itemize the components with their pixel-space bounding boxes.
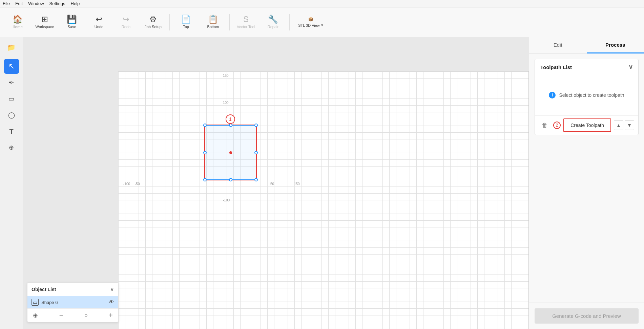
menu-file[interactable]: File bbox=[3, 1, 10, 6]
ruler-label-100-bottom: -100 bbox=[223, 198, 230, 202]
menu-edit[interactable]: Edit bbox=[15, 1, 23, 6]
badge-2-circle: 2 bbox=[553, 122, 561, 129]
undo-button[interactable]: ↩ Undo bbox=[87, 10, 111, 35]
stl3dview-icon: 📦 bbox=[308, 17, 313, 22]
main-area: 📁 ↖ ✒ ▭ ◯ T ⊕ 150 100 -100 -50 50 150 -1… bbox=[0, 37, 644, 329]
handle-right-mid[interactable] bbox=[254, 151, 258, 154]
visibility-toggle-button[interactable]: 👁 bbox=[109, 299, 114, 305]
canvas-area[interactable]: 150 100 -100 -50 50 150 -100 bbox=[23, 37, 529, 329]
rect-icon: ▭ bbox=[8, 95, 14, 103]
move-down-button[interactable]: ▼ bbox=[625, 120, 634, 130]
save-icon: 💾 bbox=[67, 15, 77, 23]
right-panel: Edit Process Toolpath List ∨ i Select ob… bbox=[529, 37, 644, 329]
home-icon: 🏠 bbox=[13, 15, 23, 23]
folder-icon: 📁 bbox=[7, 43, 16, 51]
save-button[interactable]: 💾 Save bbox=[60, 10, 84, 35]
right-panel-tabs: Edit Process bbox=[529, 37, 644, 53]
ruler-label-100-top: 100 bbox=[223, 101, 229, 105]
menu-help[interactable]: Help bbox=[71, 1, 80, 6]
tab-edit[interactable]: Edit bbox=[529, 37, 587, 53]
object-list-title: Object List bbox=[32, 287, 56, 292]
right-panel-content: Toolpath List ∨ i Select object to creat… bbox=[529, 53, 644, 303]
repair-button[interactable]: 🔧 Repair bbox=[261, 10, 285, 35]
zoom-circle-button[interactable]: ○ bbox=[83, 312, 89, 319]
tab-process[interactable]: Process bbox=[587, 37, 644, 53]
repair-icon: 🔧 bbox=[268, 15, 278, 23]
shape-icon: ▭ bbox=[32, 299, 39, 306]
object-list-item[interactable]: ▭ Shape 6 👁 bbox=[27, 296, 118, 308]
jobsetup-icon: ⚙ bbox=[149, 15, 157, 23]
select-arrow-icon: ↖ bbox=[8, 62, 15, 71]
handle-bottom-left[interactable] bbox=[203, 178, 207, 181]
handle-top-mid[interactable] bbox=[229, 124, 232, 127]
bottom-button[interactable]: 📋 Bottom bbox=[201, 10, 225, 35]
arrow-buttons: ▲ ▼ bbox=[614, 120, 634, 130]
text-tool-button[interactable]: T bbox=[4, 124, 19, 139]
vector-tool-button[interactable]: S Vector Tool bbox=[234, 10, 258, 35]
badge-1-circle: 1 bbox=[226, 114, 235, 124]
handle-bottom-right[interactable] bbox=[254, 178, 258, 181]
right-bottom: Generate G-code and Preview bbox=[529, 303, 644, 329]
object-list-footer: ⊕ − ○ + bbox=[27, 308, 118, 322]
handle-top-left[interactable] bbox=[203, 124, 207, 127]
toolbar-separator-2 bbox=[229, 14, 230, 30]
chevron-down-icon: ▾ bbox=[321, 23, 323, 27]
toolpath-body: i Select object to create toolpath bbox=[535, 75, 638, 115]
move-up-button[interactable]: ▲ bbox=[614, 120, 623, 130]
object-list-header: Object List ∨ bbox=[27, 283, 118, 296]
handle-left-mid[interactable] bbox=[203, 151, 207, 154]
stl-3d-view-button[interactable]: 📦 STL 3D View ▾ bbox=[294, 10, 328, 35]
vectortool-icon: S bbox=[243, 15, 249, 23]
select-object-hint: Select object to create toolpath bbox=[559, 92, 624, 98]
zoom-in-button[interactable]: + bbox=[107, 311, 114, 320]
workspace-button[interactable]: ⊞ Workspace bbox=[33, 10, 57, 35]
handle-bottom-mid[interactable] bbox=[229, 178, 232, 181]
toolpath-collapse-icon[interactable]: ∨ bbox=[628, 63, 633, 71]
circle-icon: ◯ bbox=[8, 111, 15, 119]
home-button[interactable]: 🏠 Home bbox=[5, 10, 30, 35]
redo-button[interactable]: ↪ Redo bbox=[114, 10, 138, 35]
toolpath-actions: 🗑 2 Create Toolpath ▲ ▼ bbox=[535, 115, 638, 135]
ruler-label-50-left: -50 bbox=[135, 182, 140, 186]
zoom-fit-button[interactable]: ⊕ bbox=[32, 311, 39, 320]
bottom-icon: 📋 bbox=[208, 15, 218, 23]
ruler-label-150-right: 150 bbox=[294, 182, 300, 186]
object-list-collapse-button[interactable]: ∨ bbox=[110, 286, 114, 292]
shape-name-label: Shape 6 bbox=[41, 300, 58, 305]
menu-bar: File Edit Window Settings Help bbox=[0, 0, 644, 7]
transform-tool-button[interactable]: ⊕ bbox=[4, 140, 19, 155]
generate-gcode-button[interactable]: Generate G-code and Preview bbox=[535, 308, 639, 324]
delete-toolpath-button[interactable]: 🗑 bbox=[539, 120, 550, 130]
workspace-icon: ⊞ bbox=[41, 15, 48, 23]
transform-icon: ⊕ bbox=[9, 144, 14, 151]
center-dot bbox=[229, 151, 232, 154]
zoom-out-button[interactable]: − bbox=[58, 311, 65, 320]
job-setup-button[interactable]: ⚙ Job Setup bbox=[141, 10, 165, 35]
create-toolpath-button[interactable]: Create Toolpath bbox=[563, 118, 611, 132]
ruler-label-100-left: -100 bbox=[123, 182, 130, 186]
toolbar-separator bbox=[169, 14, 170, 30]
select-tool-button[interactable]: ↖ bbox=[4, 59, 19, 74]
toolpath-section: Toolpath List ∨ i Select object to creat… bbox=[535, 59, 639, 135]
rect-tool-button[interactable]: ▭ bbox=[4, 91, 19, 106]
redo-icon: ↪ bbox=[123, 15, 129, 23]
top-icon: 📄 bbox=[181, 15, 191, 23]
top-button[interactable]: 📄 Top bbox=[174, 10, 198, 35]
toolpath-header: Toolpath List ∨ bbox=[535, 59, 638, 75]
pen-tool-button[interactable]: ✒ bbox=[4, 75, 19, 90]
info-icon: i bbox=[549, 92, 556, 98]
toolbar-separator-3 bbox=[289, 14, 290, 30]
handle-top-right[interactable] bbox=[254, 124, 258, 127]
toolbar: 🏠 Home ⊞ Workspace 💾 Save ↩ Undo ↪ Redo … bbox=[0, 7, 644, 37]
circle-tool-button[interactable]: ◯ bbox=[4, 108, 19, 123]
selected-shape[interactable] bbox=[204, 125, 257, 180]
menu-window[interactable]: Window bbox=[28, 1, 44, 6]
text-icon: T bbox=[9, 128, 13, 135]
toolpath-list-title: Toolpath List bbox=[540, 64, 572, 70]
left-sidebar: 📁 ↖ ✒ ▭ ◯ T ⊕ bbox=[0, 37, 23, 329]
menu-settings[interactable]: Settings bbox=[49, 1, 65, 6]
folder-tool-button[interactable]: 📁 bbox=[4, 40, 19, 55]
ruler-label-50-right: 50 bbox=[270, 182, 274, 186]
canvas-grid bbox=[118, 71, 529, 329]
undo-icon: ↩ bbox=[96, 15, 102, 23]
